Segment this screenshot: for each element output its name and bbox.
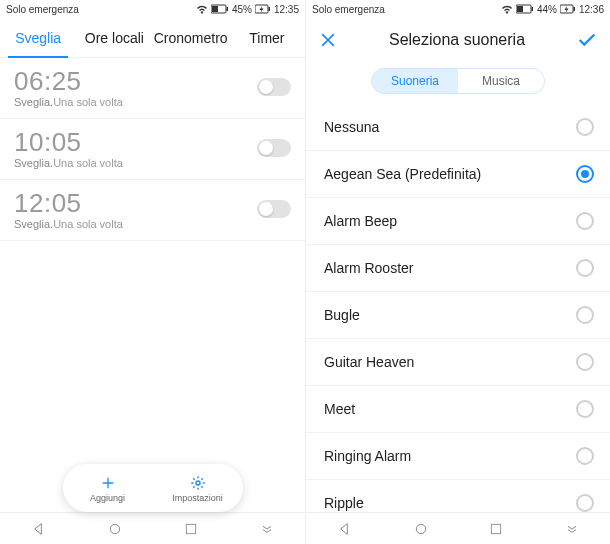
status-right: 45% 12:35 <box>196 4 299 15</box>
ringtone-picker-screen: Solo emergenza 44% 12:36 Seleziona suone… <box>305 0 610 544</box>
alarm-toggle[interactable] <box>257 78 291 96</box>
home-icon[interactable] <box>413 521 429 537</box>
radio-icon <box>576 212 594 230</box>
list-item[interactable]: Bugle <box>306 292 610 339</box>
alarm-row[interactable]: 12:05 Sveglia.Una sola volta <box>0 180 305 241</box>
battery-icon <box>516 4 534 14</box>
nav-bar <box>0 512 305 544</box>
svg-rect-4 <box>268 7 270 11</box>
segment-control: Suoneria Musica <box>306 62 610 104</box>
svg-rect-12 <box>573 7 575 11</box>
svg-point-6 <box>110 524 119 533</box>
list-item[interactable]: Meet <box>306 386 610 433</box>
add-label: Aggiungi <box>90 493 125 503</box>
alarm-subtitle: Sveglia.Una sola volta <box>14 96 123 108</box>
back-icon[interactable] <box>30 521 46 537</box>
charging-icon <box>560 4 576 14</box>
alarm-time: 10:05 <box>14 127 123 158</box>
list-item[interactable]: Ripple <box>306 480 610 512</box>
list-item[interactable]: Aegean Sea (Predefinita) <box>306 151 610 198</box>
alarm-time: 12:05 <box>14 188 123 219</box>
gear-icon <box>190 473 206 493</box>
list-item[interactable]: Alarm Beep <box>306 198 610 245</box>
tab-sveglia[interactable]: Sveglia <box>0 18 76 57</box>
clock-text: 12:36 <box>579 4 604 15</box>
svg-rect-9 <box>517 6 523 12</box>
alarm-time: 06:25 <box>14 66 123 97</box>
status-bar: Solo emergenza 45% 12:35 <box>0 0 305 18</box>
svg-rect-14 <box>492 524 501 533</box>
alarm-list: 06:25 Sveglia.Una sola volta 10:05 Svegl… <box>0 58 305 512</box>
list-item[interactable]: Ringing Alarm <box>306 433 610 480</box>
wifi-icon <box>196 4 208 14</box>
carrier-text: Solo emergenza <box>6 4 79 15</box>
floating-actions: Aggiungi Impostazioni <box>63 464 243 512</box>
alarm-toggle[interactable] <box>257 200 291 218</box>
picker-title: Seleziona suoneria <box>389 31 525 49</box>
svg-rect-7 <box>186 524 195 533</box>
segment-suoneria[interactable]: Suoneria <box>372 69 458 93</box>
clock-tabs: Sveglia Ore locali Cronometro Timer <box>0 18 305 58</box>
radio-icon <box>576 306 594 324</box>
svg-rect-1 <box>212 6 218 12</box>
svg-rect-10 <box>531 7 533 11</box>
close-icon[interactable] <box>318 30 338 50</box>
ringtone-list: Nessuna Aegean Sea (Predefinita) Alarm B… <box>306 104 610 512</box>
radio-icon <box>576 447 594 465</box>
tab-timer[interactable]: Timer <box>229 18 305 57</box>
wifi-icon <box>501 4 513 14</box>
clock-app-screen: Solo emergenza 45% 12:35 Sveglia Ore loc… <box>0 0 305 544</box>
alarm-row[interactable]: 06:25 Sveglia.Una sola volta <box>0 58 305 119</box>
plus-icon <box>100 473 116 493</box>
drawer-icon[interactable] <box>564 521 580 537</box>
svg-rect-2 <box>226 7 228 11</box>
settings-label: Impostazioni <box>172 493 223 503</box>
clock-text: 12:35 <box>274 4 299 15</box>
list-item[interactable]: Nessuna <box>306 104 610 151</box>
battery-text: 45% <box>232 4 252 15</box>
carrier-text: Solo emergenza <box>312 4 385 15</box>
radio-icon <box>576 118 594 136</box>
recent-icon[interactable] <box>184 522 198 536</box>
recent-icon[interactable] <box>489 522 503 536</box>
alarm-row[interactable]: 10:05 Sveglia.Una sola volta <box>0 119 305 180</box>
alarm-toggle[interactable] <box>257 139 291 157</box>
radio-icon <box>576 259 594 277</box>
picker-header: Seleziona suoneria <box>306 18 610 62</box>
nav-bar <box>306 512 610 544</box>
settings-button[interactable]: Impostazioni <box>153 464 243 512</box>
radio-icon <box>576 353 594 371</box>
tab-cronometro[interactable]: Cronometro <box>153 18 229 57</box>
home-icon[interactable] <box>107 521 123 537</box>
list-item[interactable]: Alarm Rooster <box>306 245 610 292</box>
tab-ore-locali[interactable]: Ore locali <box>76 18 152 57</box>
alarm-subtitle: Sveglia.Una sola volta <box>14 218 123 230</box>
alarm-subtitle: Sveglia.Una sola volta <box>14 157 123 169</box>
charging-icon <box>255 4 271 14</box>
svg-point-13 <box>416 524 425 533</box>
radio-icon <box>576 400 594 418</box>
svg-point-5 <box>196 481 200 485</box>
drawer-icon[interactable] <box>259 521 275 537</box>
segment-musica[interactable]: Musica <box>458 69 544 93</box>
radio-icon <box>576 494 594 512</box>
battery-text: 44% <box>537 4 557 15</box>
status-right: 44% 12:36 <box>501 4 604 15</box>
list-item[interactable]: Guitar Heaven <box>306 339 610 386</box>
back-icon[interactable] <box>336 521 352 537</box>
battery-icon <box>211 4 229 14</box>
status-bar: Solo emergenza 44% 12:36 <box>306 0 610 18</box>
radio-icon <box>576 165 594 183</box>
confirm-icon[interactable] <box>576 29 598 51</box>
add-button[interactable]: Aggiungi <box>63 464 153 512</box>
